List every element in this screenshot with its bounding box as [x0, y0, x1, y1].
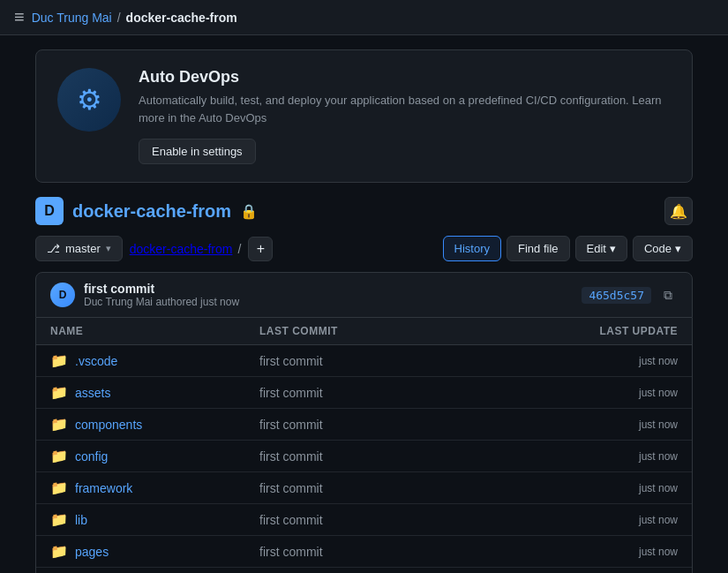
commit-message: first commit: [84, 282, 573, 296]
commit-time-value: just now: [200, 296, 239, 308]
edit-button[interactable]: Edit ▾: [575, 236, 627, 261]
folder-icon: 📁: [50, 416, 68, 433]
file-last-update: just now: [469, 355, 678, 367]
folder-icon: 📁: [50, 384, 68, 401]
table-row[interactable]: 📁 pages first commit just now: [36, 536, 692, 568]
file-last-update: just now: [469, 418, 678, 431]
file-name: lib: [75, 513, 87, 527]
breadcrumb-user-link[interactable]: Duc Trung Mai: [32, 11, 112, 25]
file-last-update: just now: [469, 546, 678, 558]
file-name-cell: 📁 pages: [50, 543, 259, 560]
file-last-commit: first commit: [259, 354, 469, 368]
commit-bar: D first commit Duc Trung Mai authored ju…: [35, 272, 693, 318]
file-last-commit: first commit: [259, 449, 469, 464]
file-name-cell: 📁 components: [50, 416, 259, 433]
find-file-button[interactable]: Find file: [507, 236, 570, 261]
file-name: framework: [75, 481, 132, 495]
commit-author-link[interactable]: Duc Trung Mai: [84, 296, 153, 308]
path-root-link[interactable]: docker-cache-from: [130, 242, 233, 256]
folder-icon: 📁: [50, 511, 68, 528]
commit-info: first commit Duc Trung Mai authored just…: [84, 282, 573, 308]
path-breadcrumb: docker-cache-from /: [130, 242, 242, 256]
autodevops-logo: ⚙: [57, 68, 121, 132]
breadcrumb-separator: /: [117, 11, 121, 25]
file-name-cell: 📁 framework: [50, 479, 259, 496]
file-name-cell: 📁 .vscode: [50, 352, 259, 369]
edit-chevron-icon: ▾: [610, 242, 616, 255]
table-row[interactable]: 📁 assets first commit just now: [36, 377, 692, 409]
folder-icon: 📁: [50, 352, 68, 369]
code-label: Code: [644, 242, 672, 255]
file-name: config: [75, 449, 108, 464]
file-last-commit: first commit: [259, 545, 469, 559]
banner-title: Auto DevOps: [139, 68, 671, 87]
branch-label: master: [65, 242, 101, 255]
gear-icon: ⚙: [77, 83, 102, 117]
file-last-commit: first commit: [259, 481, 469, 495]
table-row[interactable]: 📁 .vscode first commit just now: [36, 345, 692, 377]
file-table-header: Name Last commit Last update: [36, 318, 692, 345]
bell-icon: 🔔: [670, 203, 687, 220]
hamburger-icon[interactable]: ≡: [14, 7, 25, 27]
path-separator: /: [237, 242, 241, 256]
commit-action-text: authored: [155, 296, 197, 308]
toolbar: ⎇ master ▾ docker-cache-from / + History…: [35, 236, 693, 261]
file-name: pages: [75, 545, 109, 559]
repo-actions: 🔔: [664, 197, 693, 225]
file-name-cell: 📁 lib: [50, 511, 259, 528]
folder-icon: 📁: [50, 543, 68, 560]
file-name: .vscode: [75, 354, 117, 368]
chevron-down-icon: ▾: [106, 243, 111, 254]
edit-label: Edit: [587, 242, 606, 255]
repo-avatar: D: [35, 197, 64, 225]
file-name-cell: 📁 assets: [50, 384, 259, 401]
branch-selector-button[interactable]: ⎇ master ▾: [35, 236, 123, 261]
commit-hash[interactable]: 465d5c57: [582, 287, 651, 304]
table-row[interactable]: 📁 components first commit just now: [36, 409, 692, 441]
folder-icon: 📁: [50, 448, 68, 464]
file-name: components: [75, 418, 142, 432]
banner-description: Automatically build, test, and deploy yo…: [139, 92, 671, 126]
breadcrumb-repo: docker-cache-from: [126, 11, 237, 25]
table-row[interactable]: 📁 lib first commit just now: [36, 504, 692, 536]
column-last-commit-header: Last commit: [259, 325, 469, 337]
breadcrumb: Duc Trung Mai / docker-cache-from: [32, 11, 237, 25]
code-button[interactable]: Code ▾: [633, 236, 693, 261]
file-last-commit: first commit: [259, 513, 469, 527]
table-row[interactable]: 📁 framework first commit just now: [36, 472, 692, 504]
lock-icon: 🔒: [240, 203, 258, 220]
add-file-button[interactable]: +: [248, 237, 273, 261]
file-last-update: just now: [469, 482, 678, 494]
file-name-cell: 📁 config: [50, 448, 259, 464]
commit-meta: Duc Trung Mai authored just now: [84, 296, 573, 308]
banner-content: Auto DevOps Automatically build, test, a…: [139, 68, 671, 164]
repo-title-row: D docker-cache-from 🔒: [35, 197, 258, 225]
repo-name[interactable]: docker-cache-from: [72, 201, 231, 222]
autodevops-banner: ⚙ Auto DevOps Automatically build, test,…: [35, 49, 693, 183]
file-name: assets: [75, 386, 110, 400]
enable-settings-button[interactable]: Enable in settings: [139, 139, 256, 164]
branch-icon: ⎇: [47, 242, 60, 255]
file-last-commit: first commit: [259, 418, 469, 432]
notification-bell-button[interactable]: 🔔: [664, 197, 693, 225]
file-table: Name Last commit Last update 📁 .vscode f…: [35, 318, 693, 573]
code-chevron-icon: ▾: [675, 242, 681, 255]
file-last-commit: first commit: [259, 386, 469, 400]
column-last-update-header: Last update: [469, 325, 678, 337]
file-last-update: just now: [469, 450, 678, 463]
repo-header: D docker-cache-from 🔒 🔔: [35, 197, 693, 225]
toolbar-left: ⎇ master ▾ docker-cache-from / +: [35, 236, 273, 261]
toolbar-right: History Find file Edit ▾ Code ▾: [443, 236, 693, 261]
file-rows-container: 📁 .vscode first commit just now 📁 assets…: [36, 345, 692, 573]
file-last-update: just now: [469, 387, 678, 399]
folder-icon: 📁: [50, 479, 68, 496]
table-row[interactable]: 📁 public first commit just now: [36, 568, 692, 573]
table-row[interactable]: 📁 config first commit just now: [36, 441, 692, 472]
column-name-header: Name: [50, 325, 259, 337]
file-last-update: just now: [469, 514, 678, 526]
commit-author-avatar: D: [50, 283, 75, 307]
commit-hash-row: 465d5c57 ⧉: [582, 286, 678, 305]
copy-hash-button[interactable]: ⧉: [658, 286, 678, 305]
history-button[interactable]: History: [443, 236, 501, 261]
top-navigation: ≡ Duc Trung Mai / docker-cache-from: [0, 0, 728, 35]
